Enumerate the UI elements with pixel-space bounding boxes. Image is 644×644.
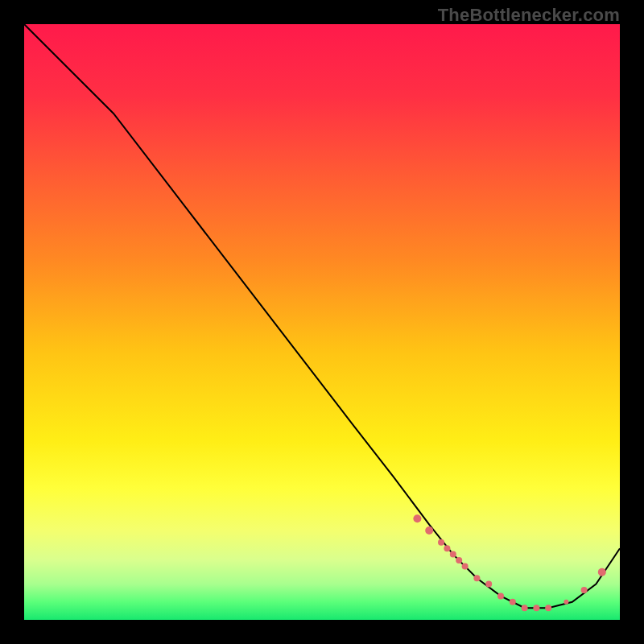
watermark-text: TheBottlenecker.com (438, 5, 620, 26)
chart-frame: TheBottlenecker.com (0, 0, 644, 644)
curve-marker (522, 605, 528, 611)
curve-marker (450, 551, 456, 558)
curve-marker (598, 568, 606, 576)
curve-marker (425, 526, 433, 535)
gradient-plot (24, 24, 620, 620)
curve-marker (444, 545, 450, 551)
curve-marker (533, 605, 539, 611)
curve-marker (473, 575, 480, 581)
curve-marker (581, 587, 588, 593)
curve-marker (545, 605, 551, 611)
curve-marker (564, 600, 568, 605)
curve-marker (462, 563, 469, 569)
curve-marker (413, 514, 421, 522)
curve-marker (497, 592, 504, 599)
curve-marker (510, 599, 516, 605)
curve-marker (456, 557, 462, 564)
curve-marker (438, 539, 444, 546)
curve-marker (485, 581, 492, 588)
